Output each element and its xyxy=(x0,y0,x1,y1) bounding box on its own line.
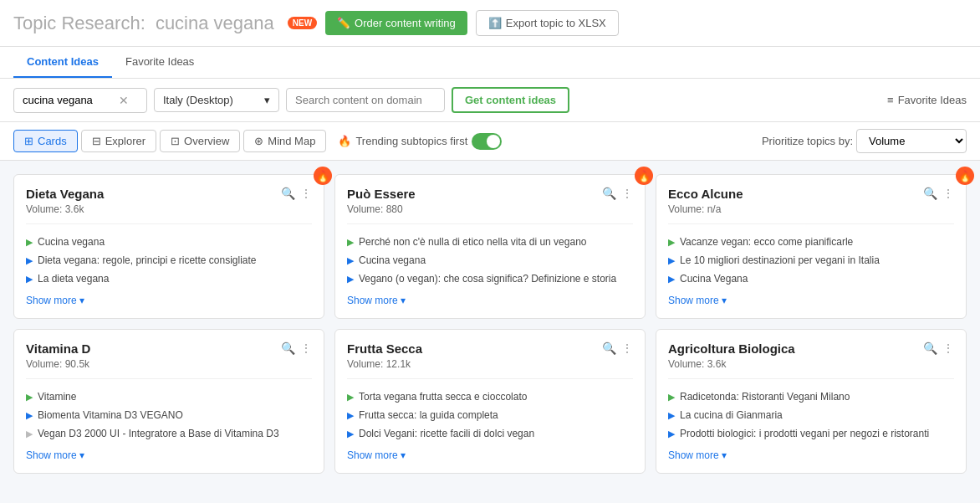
card-item-text[interactable]: Le 10 migliori destinazioni per vegani i… xyxy=(680,254,880,266)
card-title: Ecco Alcune xyxy=(668,187,743,201)
card-volume: Volume: 3.6k xyxy=(26,203,104,215)
card-item-text[interactable]: Cucina vegana xyxy=(38,236,105,248)
list-icon: ≡ xyxy=(887,94,894,106)
search-card-icon[interactable]: 🔍 xyxy=(923,341,937,355)
card-volume: Volume: 3.6k xyxy=(668,358,795,370)
domain-search-input[interactable] xyxy=(286,88,445,112)
card-item-text[interactable]: Frutta secca: la guida completa xyxy=(359,409,498,421)
card-item-text[interactable]: Radicetonda: Ristoranti Vegani Milano xyxy=(680,391,850,403)
card-item-text[interactable]: Cucina Vegana xyxy=(680,273,748,285)
card-item: ▶ La dieta vegana xyxy=(26,273,312,285)
card-header: Vitamina D Volume: 90.5k 🔍 ⋮ xyxy=(26,341,312,370)
card-actions: 🔍 ⋮ xyxy=(923,341,954,355)
favorite-ideas-button[interactable]: ≡ Favorite Ideas xyxy=(887,94,967,106)
cards-view-button[interactable]: ⊞ Cards xyxy=(13,130,78,152)
new-badge: new xyxy=(288,17,317,29)
card-item-text[interactable]: Vacanze vegan: ecco come pianificarle xyxy=(680,236,853,248)
view-toolbar: ⊞ Cards ⊟ Explorer ⊡ Overview ⊛ Mind Map… xyxy=(0,122,980,161)
trending-fire-badge: 🔥 xyxy=(635,167,653,185)
keyword-input[interactable] xyxy=(23,94,115,106)
card-title: Frutta Secca xyxy=(347,341,422,356)
title-prefix: Topic Research: xyxy=(13,13,145,33)
mindmap-view-button[interactable]: ⊛ Mind Map xyxy=(243,130,326,152)
card-item: ▶ Biomenta Vitamina D3 VEGANO xyxy=(26,409,312,421)
card-title: Vitamina D xyxy=(26,341,90,356)
blue-arrow-icon: ▶ xyxy=(668,255,675,266)
search-card-icon[interactable]: 🔍 xyxy=(923,187,937,200)
card-title: Agricoltura Biologica xyxy=(668,341,795,356)
card-item-text[interactable]: La cucina di Gianmaria xyxy=(680,409,783,421)
card-item: ▶ Cucina vegana xyxy=(347,254,633,266)
tab-favorite-ideas[interactable]: Favorite Ideas xyxy=(112,47,207,78)
card-item-text[interactable]: Dieta vegana: regole, principi e ricette… xyxy=(38,254,256,266)
card-item: ▶ Vegan D3 2000 UI - Integratore a Base … xyxy=(26,428,312,439)
card-item-text[interactable]: Vegano (o vegan): che cosa significa? De… xyxy=(359,273,616,285)
trending-fire-badge: 🔥 xyxy=(314,167,332,185)
card-title-group: Agricoltura Biologica Volume: 3.6k xyxy=(668,341,795,370)
priority-select[interactable]: Volume Topic Efficiency Difficulty xyxy=(856,129,967,153)
card-divider xyxy=(347,223,633,224)
show-more-button[interactable]: Show more ▾ xyxy=(26,449,84,461)
search-card-icon[interactable]: 🔍 xyxy=(281,187,295,200)
more-options-icon[interactable]: ⋮ xyxy=(621,341,633,355)
page-header: Topic Research: cucina vegana new ✏️ Ord… xyxy=(0,0,980,47)
more-options-icon[interactable]: ⋮ xyxy=(942,187,954,200)
overview-view-button[interactable]: ⊡ Overview xyxy=(160,130,240,152)
more-options-icon[interactable]: ⋮ xyxy=(942,341,954,355)
card-item-text[interactable]: Vitamine xyxy=(38,391,76,403)
more-options-icon[interactable]: ⋮ xyxy=(300,187,312,200)
show-more-button[interactable]: Show more ▾ xyxy=(668,449,727,461)
card-title-group: Vitamina D Volume: 90.5k xyxy=(26,341,90,370)
explorer-view-button[interactable]: ⊟ Explorer xyxy=(81,130,156,152)
trending-label: 🔥 Trending subtopics first xyxy=(338,133,502,150)
card-item: ▶ Le 10 migliori destinazioni per vegani… xyxy=(668,254,954,266)
blue-arrow-icon: ▶ xyxy=(26,410,33,421)
card-item: ▶ Frutta secca: la guida completa xyxy=(347,409,633,421)
show-more-button[interactable]: Show more ▾ xyxy=(347,295,406,306)
more-options-icon[interactable]: ⋮ xyxy=(621,187,633,200)
blue-arrow-icon: ▶ xyxy=(668,410,675,421)
search-card-icon[interactable]: 🔍 xyxy=(281,341,295,355)
more-options-icon[interactable]: ⋮ xyxy=(300,341,312,355)
table-icon: ⊟ xyxy=(92,135,101,147)
location-dropdown[interactable]: Italy (Desktop) ▾ xyxy=(154,88,279,112)
search-card-icon[interactable]: 🔍 xyxy=(602,187,616,200)
blue-arrow-icon: ▶ xyxy=(668,274,675,285)
show-more-button[interactable]: Show more ▾ xyxy=(668,295,727,306)
show-more-button[interactable]: Show more ▾ xyxy=(26,295,84,306)
card-header: Dieta Vegana Volume: 3.6k 🔍 ⋮ xyxy=(26,187,312,215)
get-content-ideas-button[interactable]: Get content ideas xyxy=(452,87,569,113)
card-item: ▶ Cucina Vegana xyxy=(668,273,954,285)
card-item-text[interactable]: Biomenta Vitamina D3 VEGANO xyxy=(38,409,183,421)
card-divider xyxy=(347,378,633,379)
search-card-icon[interactable]: 🔍 xyxy=(602,341,616,355)
card-item-text[interactable]: Perché non c'è nulla di etico nella vita… xyxy=(359,236,586,248)
card-items: ▶ Cucina vegana ▶ Dieta vegana: regole, … xyxy=(26,236,312,285)
card-items: ▶ Radicetonda: Ristoranti Vegani Milano … xyxy=(668,391,954,439)
show-more-button[interactable]: Show more ▾ xyxy=(347,449,406,461)
card-item-text[interactable]: La dieta vegana xyxy=(38,273,109,285)
blue-arrow-icon: ▶ xyxy=(347,274,354,285)
card-item-text[interactable]: Dolci Vegani: ricette facili di dolci ve… xyxy=(359,428,534,439)
card-item-text[interactable]: Torta vegana frutta secca e cioccolato xyxy=(359,391,527,403)
blue-arrow-icon: ▶ xyxy=(26,255,33,266)
tab-content-ideas[interactable]: Content Ideas xyxy=(13,47,112,78)
card-3: Vitamina D Volume: 90.5k 🔍 ⋮ ▶ Vitamine … xyxy=(13,329,324,474)
export-button[interactable]: ⬆️ Export topic to XLSX xyxy=(476,10,619,36)
card-item: ▶ Cucina vegana xyxy=(26,236,312,248)
card-item-text[interactable]: Prodotti biologici: i prodotti vegani pe… xyxy=(680,428,929,439)
card-item: ▶ Vitamine xyxy=(26,391,312,403)
card-actions: 🔍 ⋮ xyxy=(923,187,954,200)
card-4: Frutta Secca Volume: 12.1k 🔍 ⋮ ▶ Torta v… xyxy=(334,329,646,474)
export-icon: ⬆️ xyxy=(488,17,502,29)
card-header: Frutta Secca Volume: 12.1k 🔍 ⋮ xyxy=(347,341,633,370)
card-item-text[interactable]: Cucina vegana xyxy=(359,254,426,266)
card-actions: 🔍 ⋮ xyxy=(281,341,312,355)
order-content-button[interactable]: ✏️ Order content writing xyxy=(325,11,467,35)
card-items: ▶ Vacanze vegan: ecco come pianificarle … xyxy=(668,236,954,285)
card-divider xyxy=(668,223,954,224)
card-volume: Volume: 880 xyxy=(347,203,416,215)
trending-toggle[interactable] xyxy=(472,133,502,150)
clear-keyword-button[interactable]: ✕ xyxy=(119,94,129,107)
card-item-text[interactable]: Vegan D3 2000 UI - Integratore a Base di… xyxy=(38,428,279,439)
